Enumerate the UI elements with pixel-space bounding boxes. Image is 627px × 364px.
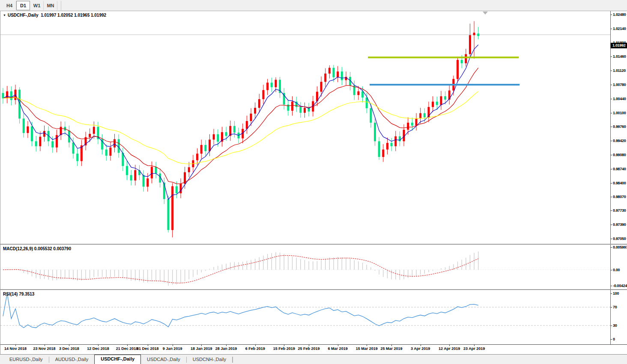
current-price-badge: 1.01992	[611, 43, 627, 48]
time-axis-tick	[226, 345, 227, 346]
macd-histogram	[3, 252, 478, 286]
time-axis-tick	[98, 345, 99, 346]
candle-body	[399, 136, 401, 142]
rsi-axis-label: 70	[613, 305, 617, 309]
price-axis-label: 0.98070	[613, 195, 626, 199]
rsi-axis-tick	[611, 326, 612, 326]
price-axis-tick	[611, 225, 612, 225]
rsi-axis-label: 0	[613, 337, 615, 341]
rsi-axis-tick	[611, 307, 612, 308]
price-axis-tick	[611, 141, 612, 141]
candle-body	[394, 136, 397, 146]
rsi-axis[interactable]: 10070300	[610, 290, 627, 344]
timeframe-button-d1[interactable]: D1	[16, 1, 30, 10]
candle-body	[93, 127, 95, 133]
candle-body	[382, 150, 384, 157]
candle-body	[473, 33, 475, 35]
candle-body	[415, 118, 418, 125]
candle-body	[31, 127, 33, 142]
candle-body	[461, 60, 463, 63]
macd-axis-label: 0.005997	[613, 245, 627, 249]
candle-body	[146, 178, 149, 186]
macd-chart-canvas[interactable]	[0, 245, 610, 289]
candle-body	[448, 91, 451, 100]
time-axis-tick	[284, 345, 284, 346]
chart-symbol-label: USDCHF-,Daily	[8, 13, 39, 18]
rsi-label: RSI(14) 79.3513	[3, 292, 34, 296]
time-axis[interactable]: 14 Nov 201823 Nov 20183 Dec 201812 Dec 2…	[0, 345, 627, 354]
mt4-window: H4D1W1MN ▼USDCHF-,Daily 1.01997 1.02052 …	[0, 0, 627, 364]
rsi-chart-canvas[interactable]	[0, 290, 610, 344]
candle-body	[200, 145, 203, 154]
chart-shift-marker-icon[interactable]	[483, 12, 488, 15]
candle-body	[109, 148, 111, 156]
macd-axis-tick	[611, 270, 612, 270]
candle-body	[51, 141, 54, 147]
macd-axis-label: -0.004244	[613, 284, 627, 288]
rsi-axis-tick	[611, 293, 612, 294]
macd-axis[interactable]: 0.0059970.00-0.004244	[610, 245, 627, 289]
price-axis-label: 1.00440	[613, 97, 626, 101]
candle-body	[254, 108, 256, 114]
price-axis-tick	[611, 85, 612, 85]
candle-body	[333, 68, 335, 77]
candle-body	[477, 33, 479, 36]
time-axis-tick	[449, 345, 450, 346]
price-axis-label: 0.99420	[613, 139, 626, 143]
macd-axis-tick	[611, 286, 612, 286]
price-axis-label: 0.98400	[613, 181, 626, 185]
candle-body	[374, 123, 376, 141]
candle-body	[320, 82, 322, 92]
candle-body	[250, 114, 252, 121]
time-axis-tick	[255, 345, 256, 346]
candle-body	[188, 167, 190, 172]
price-axis-label: 0.97390	[613, 222, 626, 227]
chart-tab-eurusd[interactable]: EURUSD-,Daily	[3, 355, 49, 364]
candle-body	[213, 134, 215, 140]
price-axis-tick	[611, 56, 612, 57]
timeframe-button-w1[interactable]: W1	[30, 1, 44, 10]
candle-body	[143, 175, 145, 186]
chart-tabs-bar: EURUSD-,DailyAUDUSD-,DailyUSDCHF-,DailyU…	[0, 354, 627, 364]
chart-tab-usdcnh[interactable]: USDCNH-,Daily	[187, 355, 232, 364]
candle-body	[151, 167, 153, 178]
macd-label: MACD(12,26,9) 0.005532 0.003790	[3, 246, 71, 251]
candle-body	[155, 167, 157, 173]
candle-body	[262, 90, 264, 99]
candle-body	[341, 71, 343, 80]
price-axis-tick	[611, 169, 612, 169]
candle-body	[324, 74, 326, 82]
timeframe-button-mn[interactable]: MN	[44, 1, 57, 10]
candle-body	[328, 68, 331, 74]
candle-body	[27, 127, 29, 133]
chart-tab-usdcad[interactable]: USDCAD-,Daily	[141, 355, 186, 364]
price-axis-tick	[611, 155, 612, 155]
price-axis-tick	[611, 29, 612, 29]
time-axis-tick	[474, 345, 475, 346]
candle-body	[179, 184, 182, 193]
collapse-indicator-icon[interactable]: ▼	[3, 14, 6, 17]
candle-body	[23, 118, 25, 133]
candle-body	[2, 93, 4, 98]
time-axis-tick	[309, 345, 309, 346]
candle-body	[43, 131, 45, 137]
time-axis-tick	[173, 345, 173, 346]
chart-tab-audusd[interactable]: AUDUSD-,Daily	[49, 355, 95, 364]
candle-body	[386, 143, 388, 149]
candle-body	[287, 104, 289, 110]
price-chart-canvas[interactable]	[0, 11, 610, 244]
candle-body	[465, 54, 467, 63]
candle-body	[424, 113, 426, 118]
timeframe-button-h4[interactable]: H4	[3, 1, 16, 10]
time-axis-tick	[421, 345, 421, 346]
price-axis-tick	[611, 239, 612, 239]
candle-body	[403, 130, 405, 141]
candle-body	[411, 123, 413, 126]
price-axis-tick	[611, 15, 612, 15]
rsi-pane: RSI(14) 79.3513 10070300	[0, 290, 627, 345]
price-axis-label: 1.01120	[613, 68, 626, 73]
chart-tab-usdchf[interactable]: USDCHF-,Daily	[94, 355, 141, 364]
time-axis-label: 23 Apr 2019	[457, 346, 491, 351]
price-axis-tick	[611, 210, 612, 211]
candle-body	[171, 186, 173, 230]
